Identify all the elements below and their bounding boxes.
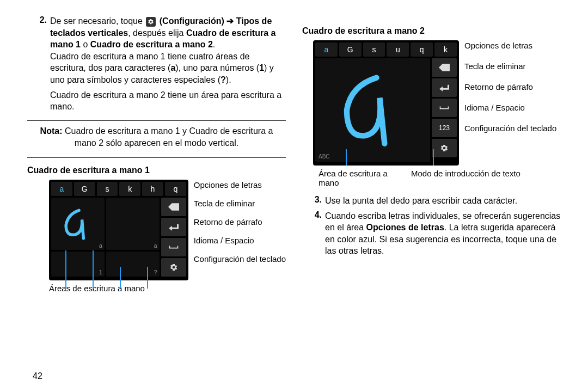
step-3-text: Use la punta del dedo para escribir cada…: [325, 195, 561, 207]
delete-key: [432, 58, 457, 77]
enter-key: [161, 218, 186, 236]
letter-option: u: [387, 42, 409, 57]
enter-key: [432, 78, 457, 97]
callout-label: Retorno de párrafo: [194, 217, 286, 227]
step-4-num: 4.: [302, 210, 322, 220]
letter-option: k: [119, 182, 140, 196]
letter-option: a: [51, 182, 72, 196]
gear-icon: [146, 17, 156, 27]
callout-label: Opciones de letras: [464, 41, 556, 51]
letter-option: q: [165, 182, 186, 196]
letter-option: G: [339, 42, 362, 57]
divider: [27, 120, 286, 121]
step-2-text: De ser necesario, toque (Configuración) …: [50, 15, 286, 86]
section-2-title: Cuadro de escritura a mano 2: [302, 26, 561, 36]
callout-label: Idioma / Espacio: [194, 236, 286, 246]
step-3-num: 3.: [302, 195, 322, 205]
step-4-text: Cuando escriba letras individuales, se o…: [325, 210, 561, 257]
step-2-num: 2.: [27, 15, 47, 25]
callout-label: Tecla de eliminar: [194, 199, 286, 209]
handwriting-box-1: a G s k h q a a: [49, 180, 188, 280]
handwriting-area: a: [51, 198, 105, 250]
settings-key: [161, 258, 186, 277]
callout-label: Idioma / Espacio: [464, 103, 556, 113]
callout-label: Configuración del teclado: [464, 124, 556, 133]
letter-option: G: [74, 182, 95, 196]
handwriting-area: a: [106, 198, 160, 250]
handwriting-area: ?: [106, 252, 160, 277]
mode-123-key: 123: [432, 119, 457, 137]
letter-option: h: [142, 182, 163, 196]
settings-key: [432, 139, 457, 157]
handwriting-area: 1: [51, 252, 105, 277]
handwriting-box-2: a G s u q k ABC 123: [313, 40, 459, 166]
letter-option: a: [315, 42, 338, 57]
callout-label: Retorno de párrafo: [464, 82, 556, 92]
callout-label: Área de escritura a mano: [318, 169, 395, 187]
callout-label: Áreas de escritura a mano: [49, 284, 145, 293]
callout-label: Opciones de letras: [194, 180, 286, 190]
space-key: [432, 99, 457, 117]
letter-option: s: [363, 42, 385, 57]
callout-label: Modo de introducción de texto: [411, 169, 520, 187]
divider: [27, 157, 286, 158]
callout-label: Tecla de eliminar: [464, 62, 556, 71]
handwriting-area: ABC: [315, 58, 430, 162]
para-2: Cuadro de escritura a mano 2 tiene un ár…: [50, 89, 286, 113]
callout-label: Configuración del teclado: [194, 254, 286, 264]
page-number: 42: [33, 371, 42, 381]
space-key: [161, 238, 186, 256]
letter-option: k: [434, 42, 457, 57]
note: Nota: Cuadro de escritura a mano 1 y Cua…: [27, 125, 286, 150]
letter-option: s: [97, 182, 118, 196]
delete-key: [161, 198, 186, 216]
section-1-title: Cuadro de escritura a mano 1: [27, 166, 286, 175]
letter-option: q: [411, 42, 433, 57]
